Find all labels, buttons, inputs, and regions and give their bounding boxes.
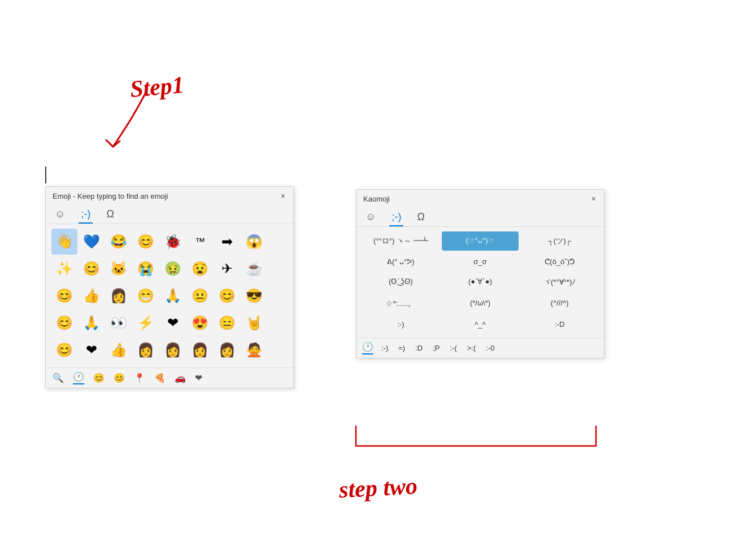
emoji-upside[interactable]: 😊 bbox=[51, 310, 77, 336]
kaomoji-item-15[interactable]: :-D bbox=[521, 316, 598, 333]
step-two-label: step two bbox=[338, 472, 418, 503]
emoji-grin[interactable]: 😁 bbox=[133, 283, 159, 309]
emoji-horns[interactable]: 🤘 bbox=[241, 310, 267, 336]
emoji-people3[interactable]: 👩 bbox=[187, 337, 213, 363]
kaomoji-footer-item-7[interactable]: :-0 bbox=[484, 343, 497, 353]
kaomoji-panel-title: Kaomoji bbox=[363, 195, 390, 203]
step1-label: Step1 bbox=[129, 71, 185, 103]
emoji-panel-close[interactable]: × bbox=[280, 191, 286, 200]
kaomoji-item-6[interactable]: ᕦ(ò_óˇ)ᕤ bbox=[521, 253, 598, 270]
kaomoji-footer-item-1[interactable]: :-) bbox=[379, 343, 390, 353]
emoji-arrow-right[interactable]: ➡ bbox=[214, 229, 240, 255]
kaomoji-panel-header: Kaomoji × bbox=[356, 190, 604, 207]
kaomoji-item-9[interactable]: ヾ(*°∀°*)ﾉ bbox=[521, 273, 598, 292]
footer-search[interactable]: 🔍 bbox=[53, 373, 64, 383]
kaomoji-item-14[interactable]: ^_^ bbox=[442, 316, 519, 333]
emoji-heart-grow[interactable]: ❤ bbox=[79, 337, 105, 363]
kaomoji-tab-kaomoji[interactable]: ;-) bbox=[389, 209, 403, 226]
emoji-thumbsup2[interactable]: 👍 bbox=[106, 337, 132, 363]
footer-smileys[interactable]: 😊 bbox=[93, 373, 105, 383]
emoji-woozy[interactable]: 😊 bbox=[51, 337, 77, 363]
emoji-sparkles[interactable]: ✨ bbox=[51, 256, 77, 282]
emoji-zap[interactable]: ⚡ bbox=[133, 310, 159, 336]
tab-symbols[interactable]: Ω bbox=[104, 206, 116, 224]
kaomoji-grid: (°°ロ°) ヽ～ ━┻ (☞°ᴗ°)☞ ┐(ツ)┌ ᕕ(° ᴗ°ᕗ) σ_σ … bbox=[356, 227, 604, 338]
emoji-row-4: 😊 🙏 👀 ⚡ ❤ 😍 😑 🤘 bbox=[51, 310, 288, 336]
emoji-pray2[interactable]: 🙏 bbox=[79, 310, 105, 336]
emoji-laugh[interactable]: 😂 bbox=[106, 229, 132, 255]
kaomoji-item-12[interactable]: (^///^) bbox=[521, 294, 598, 313]
emoji-scream[interactable]: 😱 bbox=[241, 229, 267, 255]
emoji-people2[interactable]: 👩 bbox=[160, 337, 186, 363]
kaomoji-item-10[interactable]: ☆*:.....。 bbox=[362, 294, 440, 313]
emoji-row-1: 👋 💙 😂 😊 🐞 ™ ➡ 😱 bbox=[51, 229, 288, 255]
emoji-smile2[interactable]: 😊 bbox=[79, 256, 105, 282]
emoji-panel-tabs: ☺ ;-) Ω bbox=[46, 204, 293, 224]
kaomoji-footer-item-6[interactable]: >:( bbox=[465, 343, 478, 353]
emoji-coffee[interactable]: ☕ bbox=[241, 256, 267, 282]
emoji-sick[interactable]: 🤢 bbox=[160, 256, 186, 282]
emoji-thumbsup[interactable]: 👍 bbox=[79, 283, 105, 309]
emoji-no[interactable]: 🙅 bbox=[241, 337, 267, 363]
emoji-pray[interactable]: 🙏 bbox=[160, 283, 186, 309]
emoji-panel-header: Emoji - Keep typing to find an emoji × bbox=[46, 187, 293, 204]
tab-kaomoji[interactable]: ;-) bbox=[79, 206, 93, 224]
emoji-row-3: 😊 👍 👩 😁 🙏 😐 😊 😎 bbox=[51, 283, 288, 309]
emoji-heart-eyes[interactable]: 😍 bbox=[187, 310, 213, 336]
emoji-neutral[interactable]: 😐 bbox=[187, 283, 213, 309]
emoji-hand[interactable]: 👋 bbox=[51, 229, 77, 255]
emoji-panel-title: Emoji - Keep typing to find an emoji bbox=[53, 192, 168, 200]
footer-travel[interactable]: 🚗 bbox=[175, 373, 186, 383]
kaomoji-panel-close[interactable]: × bbox=[590, 194, 597, 203]
text-cursor bbox=[45, 167, 46, 183]
emoji-row-2: ✨ 😊 🐱 😭 🤢 😧 ✈ ☕ bbox=[51, 256, 288, 282]
emoji-people4[interactable]: 👩 bbox=[214, 337, 240, 363]
kaomoji-footer-item-4[interactable]: ;P bbox=[430, 343, 442, 353]
emoji-woman[interactable]: 👩 bbox=[106, 283, 132, 309]
kaomoji-panel: Kaomoji × ☺ ;-) Ω (°°ロ°) ヽ～ ━┻ (☞°ᴗ°)☞ ┐… bbox=[356, 189, 604, 358]
emoji-cat[interactable]: 🐱 bbox=[106, 256, 132, 282]
kaomoji-footer: 🕐 :-) =) :D ;P :-( >:( :-0 bbox=[356, 338, 604, 358]
emoji-expressionless[interactable]: 😑 bbox=[214, 310, 240, 336]
emoji-relief[interactable]: 😊 bbox=[214, 283, 240, 309]
emoji-footer: 🔍 🕐 😊 😊 📍 🍕 🚗 ❤ bbox=[46, 368, 293, 388]
emoji-worried[interactable]: 😧 bbox=[187, 256, 213, 282]
kaomoji-item-8[interactable]: (●´∀`●) bbox=[442, 273, 519, 292]
kaomoji-item-3[interactable]: ┐(ツ)┌ bbox=[521, 231, 598, 251]
kaomoji-tab-emoji[interactable]: ☺ bbox=[363, 209, 378, 226]
emoji-row-5: 😊 ❤ 👍 👩 👩 👩 👩 🙅 bbox=[51, 337, 288, 363]
footer-recent[interactable]: 🕐 bbox=[73, 371, 84, 384]
emoji-eyes[interactable]: 👀 bbox=[106, 310, 132, 336]
kaomoji-footer-recent[interactable]: 🕐 bbox=[362, 342, 373, 355]
kaomoji-panel-tabs: ☺ ;-) Ω bbox=[356, 207, 604, 227]
emoji-cool[interactable]: 😎 bbox=[241, 283, 267, 309]
emoji-heart-red[interactable]: ❤ bbox=[160, 310, 186, 336]
emoji-tm[interactable]: ™ bbox=[187, 229, 213, 255]
kaomoji-item-2[interactable]: (☞°ᴗ°)☞ bbox=[442, 231, 519, 251]
step-two-bracket bbox=[353, 423, 624, 457]
kaomoji-item-7[interactable]: (ʘ´͜ʖʘ) bbox=[362, 273, 440, 292]
emoji-plane[interactable]: ✈ bbox=[214, 256, 240, 282]
kaomoji-item-5[interactable]: σ_σ bbox=[442, 253, 519, 270]
footer-places[interactable]: 📍 bbox=[134, 373, 145, 383]
kaomoji-tab-symbols[interactable]: Ω bbox=[415, 209, 427, 226]
kaomoji-item-11[interactable]: (*/ω\*) bbox=[442, 294, 519, 313]
kaomoji-item-1[interactable]: (°°ロ°) ヽ～ ━┻ bbox=[362, 231, 440, 251]
footer-people[interactable]: 😊 bbox=[114, 373, 125, 383]
kaomoji-footer-item-3[interactable]: :D bbox=[413, 343, 425, 353]
footer-food[interactable]: 🍕 bbox=[154, 373, 166, 383]
emoji-smile[interactable]: 😊 bbox=[133, 229, 159, 255]
emoji-slightly-smile[interactable]: 😊 bbox=[51, 283, 77, 309]
tab-emoji[interactable]: ☺ bbox=[53, 206, 67, 224]
emoji-panel: Emoji - Keep typing to find an emoji × ☺… bbox=[45, 186, 294, 388]
emoji-sob[interactable]: 😭 bbox=[133, 256, 159, 282]
emoji-heart-blue[interactable]: 💙 bbox=[79, 229, 105, 255]
emoji-bug[interactable]: 🐞 bbox=[160, 229, 186, 255]
kaomoji-item-4[interactable]: ᕕ(° ᴗ°ᕗ) bbox=[362, 253, 440, 270]
emoji-people1[interactable]: 👩 bbox=[133, 337, 159, 363]
footer-objects[interactable]: ❤ bbox=[195, 373, 202, 383]
kaomoji-footer-item-5[interactable]: :-( bbox=[448, 343, 459, 353]
kaomoji-item-13[interactable]: :-) bbox=[362, 316, 440, 333]
kaomoji-footer-item-2[interactable]: =) bbox=[396, 343, 407, 353]
emoji-grid: 👋 💙 😂 😊 🐞 ™ ➡ 😱 ✨ 😊 🐱 😭 🤢 😧 ✈ ☕ 😊 👍 👩 😁 … bbox=[46, 224, 293, 368]
